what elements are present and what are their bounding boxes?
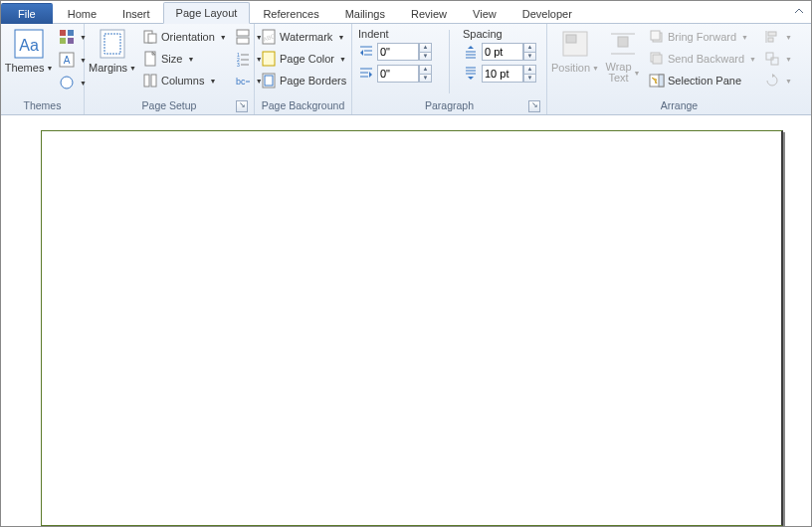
svg-rect-14 [144,75,149,87]
svg-rect-55 [768,32,776,36]
svg-rect-17 [237,38,249,44]
position-button: Position▼ [551,26,599,76]
page-color-icon [261,51,277,67]
margins-label: Margins [89,62,127,74]
orientation-icon [142,29,158,45]
space-after-input[interactable]: ▲▼ [482,64,536,84]
minimize-ribbon-icon[interactable] [793,5,805,17]
indent-right-input[interactable]: ▲▼ [377,64,432,84]
page-color-label: Page Color [280,53,334,65]
themes-icon: Aa [13,28,45,60]
tab-view[interactable]: View [460,3,509,24]
tab-references[interactable]: References [250,3,331,24]
indent-left-input[interactable]: ▲▼ [377,42,432,62]
indent-left-spinner[interactable]: ▲▼ [419,43,432,61]
bring-forward-label: Bring Forward [668,31,736,43]
orientation-label: Orientation [161,31,215,43]
group-page-setup: Margins▼ Orientation▼ Size▼ Columns▼ [85,24,255,114]
svg-rect-5 [68,38,74,44]
tab-file[interactable]: File [1,3,53,24]
watermark-button[interactable]: ABC Watermark▼ [259,26,348,48]
svg-rect-44 [566,35,576,43]
group-arrange: Position▼ Wrap Text▼ Bring Forward▼ Send… [547,24,811,114]
group-icon [764,51,780,67]
page-borders-label: Page Borders [280,75,346,87]
indent-right-field[interactable] [377,65,419,83]
svg-rect-58 [771,58,778,65]
selection-pane-icon [649,73,665,88]
document-page[interactable] [41,130,783,526]
indent-right-spinner[interactable]: ▲▼ [419,65,432,83]
tab-developer[interactable]: Developer [509,3,585,24]
send-backward-label: Send Backward [668,53,744,65]
app-window: File Home Insert Page Layout References … [0,0,812,527]
align-icon [764,29,780,45]
indent-right-icon [358,66,374,82]
page-borders-icon [261,73,277,88]
svg-rect-12 [148,34,156,43]
margins-button[interactable]: Margins▼ [89,26,136,76]
group-label-themes: Themes [5,97,80,114]
tab-insert[interactable]: Insert [109,3,163,24]
size-icon [142,51,158,67]
size-label: Size [161,53,182,65]
space-after-spinner[interactable]: ▲▼ [523,65,536,83]
spacing-heading: Spacing [461,26,542,41]
ribbon: Aa Themes▼ ▼ A▼ ▼ Themes [1,24,811,115]
group-objects-button: ▼ [762,48,794,70]
bring-forward-button: Bring Forward▼ [647,26,758,48]
svg-text:Aa: Aa [19,37,39,54]
group-paragraph: Indent ▲▼ ▲▼ Spacing ▲▼ [352,24,547,114]
svg-rect-28 [263,52,275,66]
svg-rect-16 [237,30,249,36]
fonts-icon: A [59,52,75,68]
tab-mailings[interactable]: Mailings [332,3,398,24]
indent-left-icon [358,44,374,60]
bring-forward-icon [649,29,665,45]
watermark-icon: ABC [261,29,277,45]
position-label: Position [551,62,590,74]
space-before-input[interactable]: ▲▼ [482,42,536,62]
selection-pane-button[interactable]: Selection Pane [647,70,758,91]
svg-rect-45 [618,37,628,47]
page-borders-button[interactable]: Page Borders [259,70,348,91]
group-page-background: ABC Watermark▼ Page Color▼ Page Borders … [255,24,352,114]
space-before-field[interactable] [482,43,523,61]
themes-button[interactable]: Aa Themes▼ [5,26,53,76]
document-area[interactable] [1,116,811,526]
pagesetup-dialog-launcher[interactable] [236,100,248,112]
orientation-button[interactable]: Orientation▼ [140,26,229,48]
svg-rect-49 [651,31,660,40]
margins-icon [97,28,128,60]
tab-page-layout[interactable]: Page Layout [163,2,251,24]
space-after-icon [463,66,479,82]
selection-pane-label: Selection Pane [668,75,741,87]
group-themes: Aa Themes▼ ▼ A▼ ▼ Themes [1,24,85,114]
tab-review[interactable]: Review [398,3,460,24]
themes-label: Themes [5,62,45,74]
indent-left-field[interactable] [377,43,419,61]
tab-home[interactable]: Home [55,3,109,24]
svg-rect-3 [68,30,74,36]
watermark-label: Watermark [280,31,332,43]
paragraph-dialog-launcher[interactable] [528,100,540,112]
space-before-spinner[interactable]: ▲▼ [523,43,536,61]
hyphenation-icon: bc [235,73,251,88]
columns-icon [142,73,158,88]
svg-rect-2 [60,30,66,36]
svg-rect-57 [766,53,773,60]
colors-icon [59,29,75,45]
svg-text:A: A [64,55,71,66]
svg-rect-51 [653,55,662,64]
rotate-icon [764,73,780,88]
svg-rect-56 [768,38,773,42]
size-button[interactable]: Size▼ [140,48,229,70]
svg-rect-4 [60,38,66,44]
space-after-field[interactable] [482,65,523,83]
columns-button[interactable]: Columns▼ [140,70,229,91]
indent-heading: Indent [356,26,438,41]
group-label-arrange: Arrange [551,97,807,114]
align-button: ▼ [762,26,794,48]
page-color-button[interactable]: Page Color▼ [259,48,348,70]
space-before-icon [463,44,479,60]
